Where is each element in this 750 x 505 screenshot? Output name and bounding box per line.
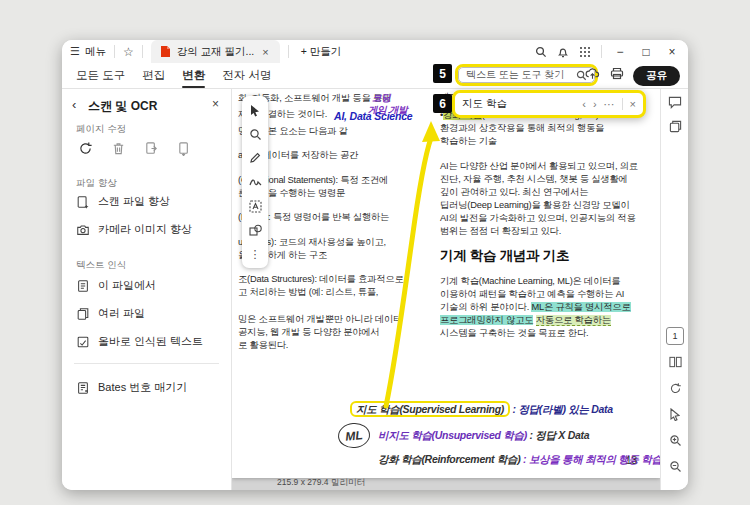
search-icon[interactable] (535, 46, 547, 58)
doc-text-line: 조(Data Structures): 데이터를 효과적으로 (238, 273, 404, 286)
page-number: 13 (626, 455, 637, 466)
share-button[interactable]: 공유 (633, 66, 680, 86)
recognize-multiple-files-item[interactable]: 여러 파일 (76, 305, 145, 322)
create-label: + 만들기 (301, 45, 342, 59)
search-placeholder: 텍스트 또는 도구 찾기 (466, 68, 564, 82)
underlined-text: 자동으로 학습하는 (536, 315, 611, 326)
step-callout-5: 5 (433, 64, 452, 83)
titlebar: ☰ 메뉴 ☆ 강의 교재 필기... × + 만들기 − □ × (62, 40, 688, 63)
cloud-upload-icon[interactable] (585, 67, 600, 80)
main-toolbar: 모든 도구 편집 변환 전자 서명 텍스트 또는 도구 찾기 공유 (62, 63, 688, 89)
doc-text-line: AI의 발전을 가속화하고 있으며, 인공지능의 적용 (440, 212, 636, 225)
divider (622, 98, 623, 110)
zoom-in-icon[interactable] (666, 431, 684, 449)
create-button[interactable]: + 만들기 (297, 45, 346, 59)
note-label: 비지도 학습(Unsupervised 학습) (378, 429, 527, 441)
extract-page-icon[interactable] (173, 137, 195, 159)
bates-numbering-item[interactable]: Bates 번호 매기기 (76, 379, 187, 396)
doc-text-line: 프로그래밍하지 않고도 자동으로 학습하는 (440, 314, 611, 327)
recognize-multiple-files-label: 여러 파일 (98, 306, 145, 321)
step-callout-6: 6 (433, 94, 452, 113)
export-pages-icon[interactable] (666, 117, 684, 135)
panel-back-icon[interactable]: ‹ (72, 97, 76, 112)
star-icon[interactable]: ☆ (123, 45, 134, 59)
highlighted-text: ML은 규칙을 명시적으로 (531, 302, 630, 312)
doc-text: 기술의 하위 분야이다. (440, 302, 531, 312)
page-indicator[interactable]: 1 (666, 327, 684, 345)
tab-close-icon[interactable]: × (260, 46, 270, 58)
rotate-page-icon[interactable] (74, 137, 96, 159)
close-find-bar-icon[interactable]: × (630, 98, 636, 110)
page-view-icon[interactable] (666, 353, 684, 371)
file-icon (76, 279, 90, 293)
divider (114, 45, 115, 58)
signature-tool-icon[interactable] (246, 173, 264, 191)
zoom-out-icon[interactable] (666, 457, 684, 475)
enhance-scan-item[interactable]: 스캔 파일 향상 (76, 193, 170, 210)
section-heading: 기계 학습 개념과 기초 (440, 247, 569, 265)
toolbar-tab-sign[interactable]: 전자 서명 (222, 64, 271, 87)
recognize-this-file-item[interactable]: 이 파일에서 (76, 277, 156, 294)
toolbar-tab-edit[interactable]: 편집 (142, 64, 165, 87)
notifications-bell-icon[interactable] (557, 46, 569, 58)
camera-icon (76, 223, 90, 237)
close-window-button[interactable]: × (664, 45, 680, 59)
doc-text-line: 기술의 하위 분야이다. ML은 규칙을 명시적으로 (440, 301, 631, 314)
right-tool-rail: 1 (660, 89, 688, 490)
comment-icon[interactable] (666, 93, 684, 111)
document-tab[interactable]: 강의 교재 필기... × (151, 40, 280, 63)
menu-label: 메뉴 (85, 45, 106, 59)
more-options-icon[interactable]: ⋯ (604, 98, 615, 111)
handwritten-note-reinforcement: 강화 학습(Reinforcement 학습) : 보상을 통해 최적의 행동 … (378, 453, 660, 467)
shapes-tool-icon[interactable] (246, 221, 264, 239)
handwritten-note-unsupervised: 비지도 학습(Unsupervised 학습) : 정답 X Data (378, 429, 589, 443)
doc-text-line: 범위는 점점 더 확장되고 있다. (440, 225, 561, 238)
note-text: : 정답 X Data (530, 429, 590, 441)
doc-text-line: AI는 다양한 산업 분야에서 활용되고 있으며, 의료 (440, 160, 638, 173)
rotate-view-icon[interactable] (666, 379, 684, 397)
recognized-text-item[interactable]: 올바로 인식된 텍스트 (76, 333, 203, 350)
find-query-input[interactable]: 지도 학습 (462, 97, 575, 111)
pdf-page: 화, 자동화, 소프트웨어 개발 등을 통해 제를 해결하는 것이다. 밍의 기… (232, 89, 660, 478)
maximize-button[interactable]: □ (638, 45, 654, 59)
divider (288, 45, 289, 58)
print-icon[interactable] (610, 67, 624, 80)
doc-text-line: 딥러닝(Deep Learning)을 활용한 신경망 모델이 (440, 199, 630, 212)
next-result-icon[interactable]: › (593, 98, 597, 110)
hamburger-icon: ☰ (70, 45, 80, 58)
divider (142, 45, 143, 58)
insert-page-icon[interactable] (140, 137, 162, 159)
hand-tool-icon[interactable] (666, 405, 684, 423)
bates-numbering-icon (76, 381, 90, 395)
section-label-pages: 페이지 수정 (76, 123, 126, 136)
document-tab-title: 강의 교재 필기... (177, 45, 255, 59)
recognized-text-label: 올바로 인식된 텍스트 (98, 334, 203, 349)
doc-text-line: 환경과의 상호작용을 통해 최적의 행동을 (440, 122, 604, 135)
highlighted-text: 프로그래밍하지 않고도 (440, 315, 533, 325)
minimize-button[interactable]: − (612, 45, 628, 59)
doc-text-line: 깊이 관여하고 있다. 최신 연구에서는 (440, 186, 588, 199)
toolbar-tab-all-tools[interactable]: 모든 도구 (76, 64, 125, 87)
zoom-tool-icon[interactable] (246, 125, 264, 143)
toolbar-tab-convert[interactable]: 변환 (182, 64, 205, 87)
panel-close-icon[interactable]: × (212, 97, 219, 111)
previous-result-icon[interactable]: ‹ (582, 98, 586, 110)
find-text-or-tools-input[interactable]: 텍스트 또는 도구 찾기 (458, 67, 595, 83)
app-menu-button[interactable]: ☰ 메뉴 (70, 45, 106, 59)
files-icon (76, 307, 90, 321)
enhance-camera-item[interactable]: 카메라 이미지 향상 (76, 221, 192, 238)
apps-grid-icon[interactable] (579, 46, 591, 58)
bates-numbering-label: Bates 번호 매기기 (98, 380, 187, 395)
doc-text-line: 학습하는 기술 (440, 135, 497, 148)
note-label: 강화 학습(Reinforcement 학습) (378, 453, 520, 465)
delete-page-icon[interactable] (107, 137, 129, 159)
page-dimensions-status: 215.9 x 279.4 밀리미터 (277, 477, 365, 489)
pen-tool-icon[interactable] (246, 149, 264, 167)
handwritten-note-blue: AI, Data Science (334, 110, 413, 122)
doc-text-line: 이용하여 패턴을 학습하고 예측을 수행하는 AI (440, 288, 624, 301)
document-view[interactable]: 화, 자동화, 소프트웨어 개발 등을 통해 제를 해결하는 것이다. 밍의 기… (232, 89, 660, 490)
select-tool-icon[interactable] (246, 101, 264, 119)
more-tools-icon[interactable]: ⋮ (246, 245, 264, 263)
text-tool-icon[interactable] (246, 197, 264, 215)
doc-text-line: 고 처리하는 방법 (예: 리스트, 튜플, (238, 286, 378, 299)
